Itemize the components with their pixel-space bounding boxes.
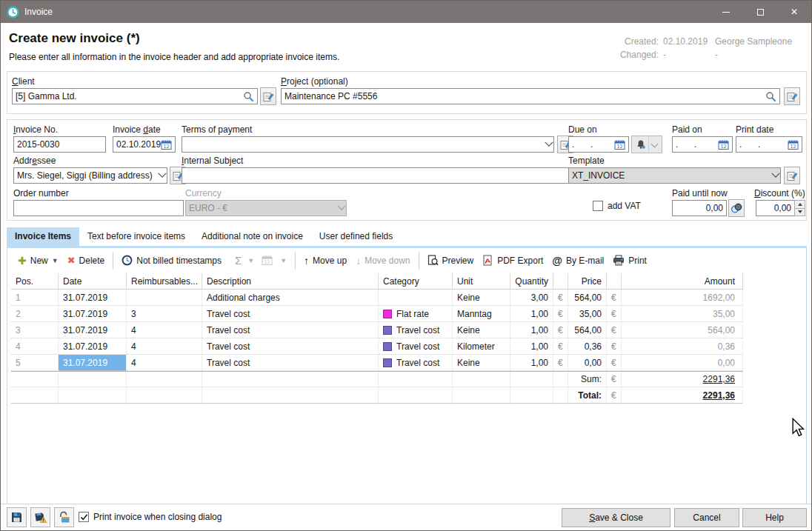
- table-row[interactable]: 4 31.07.2019 4 Travel cost Travel cost K…: [11, 338, 743, 355]
- col-category[interactable]: Category: [379, 273, 453, 290]
- print-date-field[interactable]: . . 12: [736, 136, 802, 153]
- cell-date[interactable]: 31.07.2019: [59, 306, 127, 322]
- invoice-no-field[interactable]: [13, 136, 106, 153]
- print-when-closing-option[interactable]: Print invoice when closing dialog: [79, 512, 222, 522]
- col-description[interactable]: Description: [202, 273, 379, 290]
- cell-date[interactable]: 31.07.2019: [59, 322, 127, 338]
- cell-reimbursable[interactable]: 4: [127, 338, 202, 355]
- chevron-down-icon[interactable]: ▼: [52, 257, 59, 264]
- cell-unit[interactable]: Manntag: [453, 306, 510, 322]
- paid-until-now-field[interactable]: 0,00: [672, 200, 727, 216]
- order-number-field[interactable]: [13, 200, 184, 216]
- col-currency2[interactable]: [607, 273, 622, 290]
- cell-reimbursable[interactable]: 4: [127, 355, 202, 371]
- calendar-icon[interactable]: 12: [614, 139, 625, 150]
- cancel-button[interactable]: Cancel: [674, 508, 739, 527]
- cell-category[interactable]: Travel cost: [379, 355, 453, 371]
- spin-down-icon[interactable]: [794, 209, 805, 217]
- client-field[interactable]: [12, 88, 258, 104]
- col-reimbursables[interactable]: Reimbursables...: [127, 273, 202, 290]
- table-row[interactable]: 2 31.07.2019 3 Travel cost Flat rate Man…: [11, 306, 743, 322]
- help-button[interactable]: Help: [742, 508, 807, 527]
- discount-spinner[interactable]: [794, 200, 805, 216]
- due-on-field[interactable]: . . 12: [568, 136, 629, 153]
- cell-pos[interactable]: 2: [11, 306, 59, 322]
- cell-quantity[interactable]: 1,00: [510, 338, 553, 355]
- cell-price[interactable]: 0,36: [568, 338, 607, 355]
- search-icon[interactable]: [243, 91, 254, 102]
- preview-button[interactable]: Preview: [423, 252, 479, 269]
- tab-user-defined-fields[interactable]: User defined fields: [311, 227, 401, 246]
- cell-description[interactable]: Travel cost: [202, 355, 379, 371]
- cell-quantity[interactable]: 1,00: [510, 355, 553, 371]
- addressee-combo[interactable]: Mrs. Siegel, Siggi (Billing address): [13, 167, 167, 184]
- internal-subject-input[interactable]: [185, 170, 567, 181]
- col-quantity[interactable]: Quantity: [510, 273, 553, 290]
- save-button[interactable]: [7, 507, 27, 527]
- paid-on-field[interactable]: . . 12: [672, 136, 733, 153]
- cell-date[interactable]: 31.07.2019: [59, 290, 127, 306]
- reminder-button[interactable]: [631, 136, 662, 153]
- calendar-icon[interactable]: 12: [161, 139, 172, 150]
- cell-price[interactable]: 0,00: [568, 355, 607, 371]
- maximize-button[interactable]: [743, 1, 777, 23]
- cell-unit[interactable]: Keine: [453, 322, 510, 338]
- pdf-export-button[interactable]: PDF Export: [478, 252, 548, 269]
- save-close-button[interactable]: Save & Close: [562, 508, 670, 527]
- edit-template-button[interactable]: [784, 167, 800, 184]
- cell-date[interactable]: 31.07.2019: [59, 338, 127, 355]
- unlock-button[interactable]: [54, 507, 74, 527]
- table-row[interactable]: 3 31.07.2019 4 Travel cost Travel cost K…: [11, 322, 743, 338]
- new-item-button[interactable]: ✚ New ▼: [13, 252, 63, 270]
- cell-description[interactable]: Travel cost: [202, 322, 379, 338]
- by-email-button[interactable]: @ By E-mail: [548, 252, 608, 270]
- cell-category[interactable]: Travel cost: [379, 338, 453, 355]
- cell-price[interactable]: 35,00: [568, 306, 607, 322]
- cell-price[interactable]: 564,00: [568, 322, 607, 338]
- cell-unit[interactable]: Kilometer: [453, 338, 510, 355]
- col-price[interactable]: Price: [568, 273, 607, 290]
- close-button[interactable]: ✕: [777, 1, 811, 23]
- cell-reimbursable[interactable]: [127, 290, 202, 306]
- client-input[interactable]: [16, 91, 243, 101]
- cell-quantity[interactable]: 1,00: [510, 306, 553, 322]
- tab-invoice-items[interactable]: Invoice Items: [7, 227, 79, 246]
- cell-quantity[interactable]: 1,00: [510, 322, 553, 338]
- cell-reimbursable[interactable]: 4: [127, 322, 202, 338]
- minimize-button[interactable]: [709, 1, 743, 23]
- calendar-icon[interactable]: 12: [788, 139, 799, 150]
- cell-quantity[interactable]: 3,00: [510, 290, 553, 306]
- not-billed-timestamps-button[interactable]: Not billed timestamps: [117, 252, 226, 269]
- cell-description[interactable]: Travel cost: [202, 338, 379, 355]
- save-template-warning-button[interactable]: [30, 507, 50, 527]
- table-row[interactable]: 1 31.07.2019 Additional charges Keine 3,…: [11, 290, 743, 306]
- cell-price[interactable]: 564,00: [568, 290, 607, 306]
- internal-subject-field[interactable]: [182, 167, 570, 184]
- chevron-down-icon[interactable]: [651, 140, 659, 147]
- project-input[interactable]: [284, 91, 765, 101]
- add-vat-option[interactable]: add VAT: [593, 201, 641, 211]
- cell-unit[interactable]: Keine: [453, 355, 510, 371]
- col-unit[interactable]: Unit: [453, 273, 510, 290]
- invoice-date-field[interactable]: 02.10.2019 12: [113, 136, 176, 153]
- spin-up-icon[interactable]: [794, 200, 805, 209]
- print-when-closing-checkbox[interactable]: [79, 512, 89, 522]
- cell-description[interactable]: Travel cost: [202, 306, 379, 322]
- cell-pos[interactable]: 4: [11, 338, 59, 355]
- template-combo[interactable]: XT_INVOICE: [568, 167, 781, 184]
- order-number-input[interactable]: [17, 203, 180, 213]
- col-currency1[interactable]: [553, 273, 568, 290]
- col-pos[interactable]: Pos.: [11, 273, 59, 290]
- cell-category[interactable]: Flat rate: [379, 306, 453, 322]
- edit-client-button[interactable]: [260, 87, 276, 105]
- add-vat-checkbox[interactable]: [593, 201, 603, 211]
- cell-unit[interactable]: Keine: [453, 290, 510, 306]
- cell-category[interactable]: [379, 290, 453, 306]
- cell-pos[interactable]: 3: [11, 322, 59, 338]
- move-up-button[interactable]: ↑ Move up: [299, 252, 351, 270]
- search-icon[interactable]: [765, 91, 776, 102]
- cell-category[interactable]: Travel cost: [379, 322, 453, 338]
- discount-field[interactable]: 0,00: [756, 200, 795, 216]
- table-row-selected[interactable]: 5 31.07.2019 4 Travel cost Travel cost K…: [11, 355, 743, 371]
- cell-description[interactable]: Additional charges: [202, 290, 379, 306]
